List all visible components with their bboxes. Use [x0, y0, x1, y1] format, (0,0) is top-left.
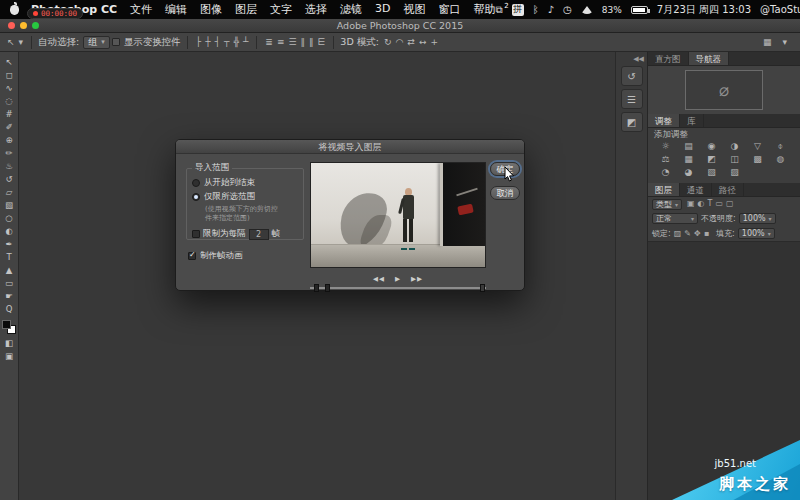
adj-photo-filter-icon[interactable]: ◩: [700, 153, 723, 166]
gradient-tool[interactable]: ▧: [2, 199, 17, 212]
make-frame-animation-row[interactable]: 制作帧动画: [188, 250, 243, 262]
lock-position-icon[interactable]: ✥: [694, 230, 701, 238]
slider-track[interactable]: [310, 287, 486, 289]
navigator-tab-0[interactable]: 直方图: [648, 52, 689, 65]
adj-brightness-contrast-icon[interactable]: ☼: [654, 140, 677, 153]
distribute-bottom-icon[interactable]: ☰: [288, 38, 296, 47]
menu-item-3[interactable]: 图层: [235, 2, 257, 17]
layers-tab-2[interactable]: 路径: [712, 183, 744, 196]
hand-tool[interactable]: ☛: [2, 290, 17, 303]
layer-filter-dropdown[interactable]: 类型 ▾: [652, 199, 682, 210]
type-tool[interactable]: T: [2, 251, 17, 264]
adj-gradient-map-icon[interactable]: ▧: [700, 166, 723, 179]
menu-item-7[interactable]: 3D: [375, 2, 390, 17]
menu-item-4[interactable]: 文字: [270, 2, 292, 17]
align-bottom-icon[interactable]: ┴: [243, 38, 248, 47]
expand-panels-icon[interactable]: ◀◀: [633, 55, 644, 63]
radio-from-start-to-end[interactable]: [192, 179, 200, 187]
radio-row-full[interactable]: 从开始到结束: [192, 177, 298, 189]
apple-menu-icon[interactable]: [10, 5, 19, 15]
adj-selective-color-icon[interactable]: ▨: [723, 166, 746, 179]
auto-select-dropdown[interactable]: 组 ▾: [83, 36, 110, 49]
filter-adjustment-layers-icon[interactable]: ◐: [698, 200, 705, 208]
align-right-icon[interactable]: ┤: [215, 38, 220, 47]
trim-end-handle[interactable]: [480, 284, 485, 292]
filter-type-layers-icon[interactable]: T: [708, 200, 713, 208]
menubar-clock[interactable]: 7月23日 周四 13:03: [657, 3, 751, 17]
adj-channel-mixer-icon[interactable]: ◫: [723, 153, 746, 166]
adj-color-lookup-icon[interactable]: ▩: [746, 153, 769, 166]
menu-item-9[interactable]: 窗口: [439, 2, 461, 17]
minimize-window-button[interactable]: [20, 22, 27, 29]
align-middle-icon[interactable]: ╬: [233, 38, 238, 47]
trim-slider[interactable]: [310, 284, 486, 292]
menu-item-8[interactable]: 视图: [404, 2, 426, 17]
trim-start-handle[interactable]: [314, 284, 319, 292]
adj-levels-icon[interactable]: ▤: [677, 140, 700, 153]
make-frame-animation-checkbox[interactable]: [188, 252, 196, 260]
chevron-down-icon[interactable]: ▾: [782, 38, 787, 47]
distribute-top-icon[interactable]: ≣: [265, 38, 273, 47]
opacity-dropdown[interactable]: 100% ▾: [739, 213, 776, 224]
tool-preset-caret-icon[interactable]: ▾: [19, 38, 24, 47]
blend-mode-dropdown[interactable]: 正常 ▾: [652, 213, 698, 224]
menu-item-10[interactable]: 帮助: [474, 2, 496, 17]
quick-mask-icon[interactable]: ◧: [2, 337, 17, 350]
shape-tool[interactable]: ▭: [2, 277, 17, 290]
screen-recorder-badge[interactable]: 00:00:00: [27, 8, 83, 19]
clone-stamp-tool[interactable]: ♨: [2, 160, 17, 173]
adjustments-tab-0[interactable]: 调整: [648, 114, 680, 127]
lasso-tool[interactable]: ∿: [2, 82, 17, 95]
distribute-left-icon[interactable]: ∥: [301, 38, 306, 47]
crop-tool[interactable]: #: [2, 108, 17, 121]
adjustments-tab-1[interactable]: 库: [680, 114, 704, 127]
wifi-icon[interactable]: [581, 6, 593, 14]
distribute-middle-icon[interactable]: ≡: [277, 38, 285, 47]
layers-tab-0[interactable]: 图层: [648, 183, 680, 196]
adj-color-balance-icon[interactable]: ⚖: [654, 153, 677, 166]
3d-roll-icon[interactable]: ◠: [395, 38, 403, 47]
navigator-tab-1[interactable]: 导航器: [689, 52, 730, 65]
history-brush-tool[interactable]: ↺: [2, 173, 17, 186]
3d-drag-icon[interactable]: ⇄: [407, 38, 415, 47]
radio-row-range[interactable]: 仅限所选范围: [192, 191, 298, 203]
eyedropper-tool[interactable]: ✐: [2, 121, 17, 134]
history-panel-icon[interactable]: ↺: [621, 66, 643, 86]
limit-frames-checkbox[interactable]: [192, 230, 200, 238]
filter-shape-layers-icon[interactable]: ▭: [715, 200, 723, 208]
display-capture-icon[interactable]: ⧉2: [496, 5, 503, 15]
adj-black-white-icon[interactable]: ▦: [677, 153, 700, 166]
adj-curves-icon[interactable]: ◉: [700, 140, 723, 153]
align-top-icon[interactable]: ┬: [224, 38, 229, 47]
navigator-proxy-preview[interactable]: ⌀: [685, 70, 763, 110]
menu-item-2[interactable]: 图像: [200, 2, 222, 17]
menu-item-6[interactable]: 滤镜: [340, 2, 362, 17]
workspace-switcher-icon[interactable]: ▦: [763, 38, 772, 47]
show-transform-checkbox[interactable]: [112, 38, 120, 46]
adj-invert-icon[interactable]: ◍: [769, 153, 792, 166]
next-frame-icon[interactable]: ▶▶: [411, 275, 423, 283]
color-swatches[interactable]: [2, 320, 16, 334]
3d-rotate-icon[interactable]: ↻: [384, 38, 392, 47]
adj-vibrance-icon[interactable]: ▽: [746, 140, 769, 153]
prev-frame-icon[interactable]: ◀◀: [373, 275, 385, 283]
lock-all-icon[interactable]: ▪: [704, 230, 709, 238]
path-selection-tool[interactable]: ▲: [2, 264, 17, 277]
marquee-tool[interactable]: ◻: [2, 69, 17, 82]
filter-pixel-layers-icon[interactable]: ▣: [687, 200, 695, 208]
3d-scale-icon[interactable]: +: [430, 38, 438, 47]
zoom-window-button[interactable]: [32, 22, 39, 29]
3d-slide-icon[interactable]: ↔: [419, 38, 427, 47]
layers-tab-1[interactable]: 通道: [680, 183, 712, 196]
fill-dropdown[interactable]: 100% ▾: [738, 228, 775, 239]
eraser-tool[interactable]: ▱: [2, 186, 17, 199]
move-tool[interactable]: ↖: [2, 56, 17, 69]
playhead-handle[interactable]: [325, 284, 330, 292]
align-center-h-icon[interactable]: ┼: [205, 38, 210, 47]
dodge-tool[interactable]: ◐: [2, 225, 17, 238]
cancel-button[interactable]: 取消: [490, 186, 520, 200]
menu-item-0[interactable]: 文件: [130, 2, 152, 17]
lock-transparent-icon[interactable]: ▨: [674, 230, 682, 238]
menubar-user[interactable]: @TaoStudio: [760, 4, 800, 15]
brush-tool[interactable]: ✏: [2, 147, 17, 160]
